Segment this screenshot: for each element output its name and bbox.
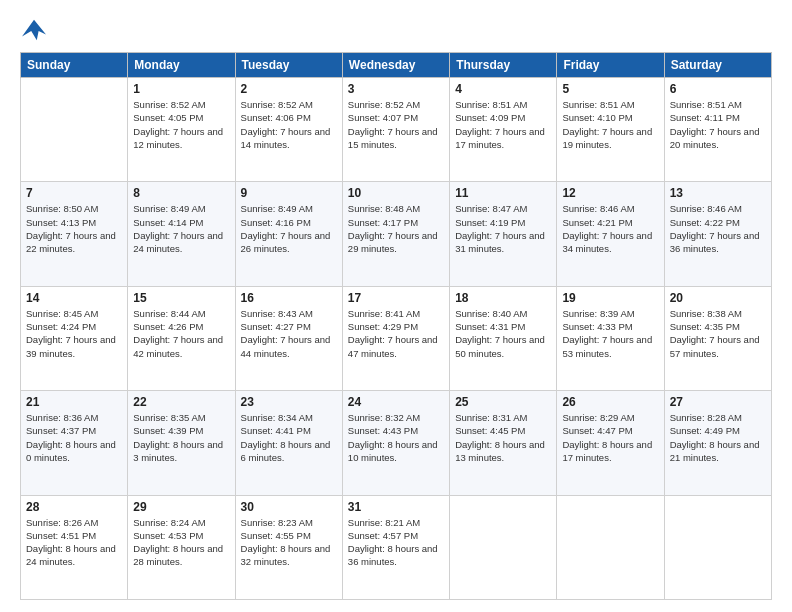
svg-marker-0 xyxy=(22,20,46,40)
calendar-cell: 13Sunrise: 8:46 AM Sunset: 4:22 PM Dayli… xyxy=(664,182,771,286)
day-number: 15 xyxy=(133,291,229,305)
calendar-cell: 21Sunrise: 8:36 AM Sunset: 4:37 PM Dayli… xyxy=(21,391,128,495)
day-number: 31 xyxy=(348,500,444,514)
calendar-table: SundayMondayTuesdayWednesdayThursdayFrid… xyxy=(20,52,772,600)
day-info: Sunrise: 8:41 AM Sunset: 4:29 PM Dayligh… xyxy=(348,307,444,360)
day-number: 21 xyxy=(26,395,122,409)
calendar-cell xyxy=(664,495,771,599)
header-day-thursday: Thursday xyxy=(450,53,557,78)
day-number: 1 xyxy=(133,82,229,96)
day-info: Sunrise: 8:51 AM Sunset: 4:09 PM Dayligh… xyxy=(455,98,551,151)
calendar-cell: 27Sunrise: 8:28 AM Sunset: 4:49 PM Dayli… xyxy=(664,391,771,495)
calendar-cell: 1Sunrise: 8:52 AM Sunset: 4:05 PM Daylig… xyxy=(128,78,235,182)
day-info: Sunrise: 8:43 AM Sunset: 4:27 PM Dayligh… xyxy=(241,307,337,360)
header-day-saturday: Saturday xyxy=(664,53,771,78)
day-number: 17 xyxy=(348,291,444,305)
calendar-cell: 4Sunrise: 8:51 AM Sunset: 4:09 PM Daylig… xyxy=(450,78,557,182)
calendar-cell: 17Sunrise: 8:41 AM Sunset: 4:29 PM Dayli… xyxy=(342,286,449,390)
calendar-cell: 20Sunrise: 8:38 AM Sunset: 4:35 PM Dayli… xyxy=(664,286,771,390)
calendar-cell: 25Sunrise: 8:31 AM Sunset: 4:45 PM Dayli… xyxy=(450,391,557,495)
day-number: 13 xyxy=(670,186,766,200)
week-row-1: 7Sunrise: 8:50 AM Sunset: 4:13 PM Daylig… xyxy=(21,182,772,286)
day-info: Sunrise: 8:23 AM Sunset: 4:55 PM Dayligh… xyxy=(241,516,337,569)
calendar-cell: 24Sunrise: 8:32 AM Sunset: 4:43 PM Dayli… xyxy=(342,391,449,495)
calendar-cell: 11Sunrise: 8:47 AM Sunset: 4:19 PM Dayli… xyxy=(450,182,557,286)
calendar-cell: 28Sunrise: 8:26 AM Sunset: 4:51 PM Dayli… xyxy=(21,495,128,599)
day-number: 7 xyxy=(26,186,122,200)
calendar-cell: 16Sunrise: 8:43 AM Sunset: 4:27 PM Dayli… xyxy=(235,286,342,390)
day-number: 25 xyxy=(455,395,551,409)
day-number: 14 xyxy=(26,291,122,305)
calendar-cell: 26Sunrise: 8:29 AM Sunset: 4:47 PM Dayli… xyxy=(557,391,664,495)
day-info: Sunrise: 8:51 AM Sunset: 4:11 PM Dayligh… xyxy=(670,98,766,151)
header-day-wednesday: Wednesday xyxy=(342,53,449,78)
day-info: Sunrise: 8:24 AM Sunset: 4:53 PM Dayligh… xyxy=(133,516,229,569)
day-info: Sunrise: 8:45 AM Sunset: 4:24 PM Dayligh… xyxy=(26,307,122,360)
week-row-0: 1Sunrise: 8:52 AM Sunset: 4:05 PM Daylig… xyxy=(21,78,772,182)
day-info: Sunrise: 8:46 AM Sunset: 4:21 PM Dayligh… xyxy=(562,202,658,255)
logo-icon xyxy=(20,18,48,42)
calendar-cell: 9Sunrise: 8:49 AM Sunset: 4:16 PM Daylig… xyxy=(235,182,342,286)
calendar-cell: 19Sunrise: 8:39 AM Sunset: 4:33 PM Dayli… xyxy=(557,286,664,390)
day-info: Sunrise: 8:34 AM Sunset: 4:41 PM Dayligh… xyxy=(241,411,337,464)
day-number: 10 xyxy=(348,186,444,200)
day-info: Sunrise: 8:50 AM Sunset: 4:13 PM Dayligh… xyxy=(26,202,122,255)
day-number: 9 xyxy=(241,186,337,200)
day-info: Sunrise: 8:52 AM Sunset: 4:05 PM Dayligh… xyxy=(133,98,229,151)
day-number: 16 xyxy=(241,291,337,305)
day-info: Sunrise: 8:44 AM Sunset: 4:26 PM Dayligh… xyxy=(133,307,229,360)
calendar-cell xyxy=(450,495,557,599)
day-number: 2 xyxy=(241,82,337,96)
page: SundayMondayTuesdayWednesdayThursdayFrid… xyxy=(0,0,792,612)
header-row: SundayMondayTuesdayWednesdayThursdayFrid… xyxy=(21,53,772,78)
day-number: 11 xyxy=(455,186,551,200)
day-info: Sunrise: 8:28 AM Sunset: 4:49 PM Dayligh… xyxy=(670,411,766,464)
header-day-sunday: Sunday xyxy=(21,53,128,78)
day-number: 6 xyxy=(670,82,766,96)
calendar-header: SundayMondayTuesdayWednesdayThursdayFrid… xyxy=(21,53,772,78)
week-row-4: 28Sunrise: 8:26 AM Sunset: 4:51 PM Dayli… xyxy=(21,495,772,599)
day-number: 5 xyxy=(562,82,658,96)
calendar-cell: 7Sunrise: 8:50 AM Sunset: 4:13 PM Daylig… xyxy=(21,182,128,286)
day-number: 26 xyxy=(562,395,658,409)
day-number: 20 xyxy=(670,291,766,305)
day-info: Sunrise: 8:21 AM Sunset: 4:57 PM Dayligh… xyxy=(348,516,444,569)
header-day-tuesday: Tuesday xyxy=(235,53,342,78)
day-number: 3 xyxy=(348,82,444,96)
day-info: Sunrise: 8:52 AM Sunset: 4:06 PM Dayligh… xyxy=(241,98,337,151)
calendar-cell: 22Sunrise: 8:35 AM Sunset: 4:39 PM Dayli… xyxy=(128,391,235,495)
calendar-cell: 18Sunrise: 8:40 AM Sunset: 4:31 PM Dayli… xyxy=(450,286,557,390)
day-number: 23 xyxy=(241,395,337,409)
day-number: 27 xyxy=(670,395,766,409)
calendar-cell: 3Sunrise: 8:52 AM Sunset: 4:07 PM Daylig… xyxy=(342,78,449,182)
calendar-cell: 8Sunrise: 8:49 AM Sunset: 4:14 PM Daylig… xyxy=(128,182,235,286)
day-info: Sunrise: 8:26 AM Sunset: 4:51 PM Dayligh… xyxy=(26,516,122,569)
calendar-cell: 14Sunrise: 8:45 AM Sunset: 4:24 PM Dayli… xyxy=(21,286,128,390)
calendar-cell: 29Sunrise: 8:24 AM Sunset: 4:53 PM Dayli… xyxy=(128,495,235,599)
day-number: 8 xyxy=(133,186,229,200)
day-number: 24 xyxy=(348,395,444,409)
day-number: 28 xyxy=(26,500,122,514)
day-number: 30 xyxy=(241,500,337,514)
day-number: 4 xyxy=(455,82,551,96)
calendar-cell: 23Sunrise: 8:34 AM Sunset: 4:41 PM Dayli… xyxy=(235,391,342,495)
day-info: Sunrise: 8:48 AM Sunset: 4:17 PM Dayligh… xyxy=(348,202,444,255)
day-info: Sunrise: 8:35 AM Sunset: 4:39 PM Dayligh… xyxy=(133,411,229,464)
day-number: 12 xyxy=(562,186,658,200)
calendar-cell: 5Sunrise: 8:51 AM Sunset: 4:10 PM Daylig… xyxy=(557,78,664,182)
day-info: Sunrise: 8:39 AM Sunset: 4:33 PM Dayligh… xyxy=(562,307,658,360)
week-row-3: 21Sunrise: 8:36 AM Sunset: 4:37 PM Dayli… xyxy=(21,391,772,495)
day-info: Sunrise: 8:49 AM Sunset: 4:16 PM Dayligh… xyxy=(241,202,337,255)
calendar-body: 1Sunrise: 8:52 AM Sunset: 4:05 PM Daylig… xyxy=(21,78,772,600)
header-day-monday: Monday xyxy=(128,53,235,78)
header xyxy=(20,18,772,42)
day-number: 22 xyxy=(133,395,229,409)
calendar-cell: 12Sunrise: 8:46 AM Sunset: 4:21 PM Dayli… xyxy=(557,182,664,286)
calendar-cell: 15Sunrise: 8:44 AM Sunset: 4:26 PM Dayli… xyxy=(128,286,235,390)
day-info: Sunrise: 8:46 AM Sunset: 4:22 PM Dayligh… xyxy=(670,202,766,255)
day-info: Sunrise: 8:29 AM Sunset: 4:47 PM Dayligh… xyxy=(562,411,658,464)
calendar-cell xyxy=(21,78,128,182)
day-info: Sunrise: 8:51 AM Sunset: 4:10 PM Dayligh… xyxy=(562,98,658,151)
calendar-cell: 2Sunrise: 8:52 AM Sunset: 4:06 PM Daylig… xyxy=(235,78,342,182)
calendar-cell: 31Sunrise: 8:21 AM Sunset: 4:57 PM Dayli… xyxy=(342,495,449,599)
